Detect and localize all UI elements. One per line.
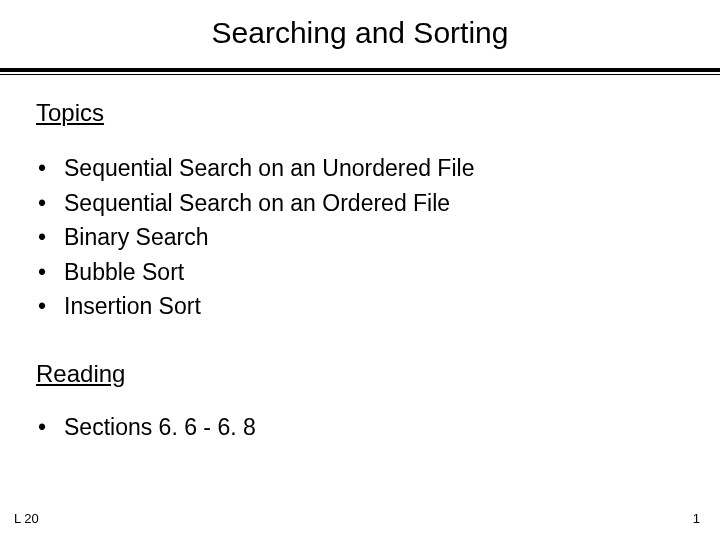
list-item-text: Sections 6. 6 - 6. 8 bbox=[64, 410, 256, 445]
list-item-text: Sequential Search on an Unordered File bbox=[64, 151, 474, 186]
list-item-text: Bubble Sort bbox=[64, 255, 184, 290]
bullet-icon: • bbox=[36, 255, 64, 290]
list-item: •Binary Search bbox=[36, 220, 684, 255]
list-item-text: Insertion Sort bbox=[64, 289, 201, 324]
slide: Searching and Sorting Topics •Sequential… bbox=[0, 0, 720, 540]
list-item-text: Sequential Search on an Ordered File bbox=[64, 186, 450, 221]
reading-list: •Sections 6. 6 - 6. 8 bbox=[36, 410, 684, 445]
topics-heading: Topics bbox=[36, 99, 684, 127]
reading-heading: Reading bbox=[36, 360, 684, 388]
bullet-icon: • bbox=[36, 220, 64, 255]
list-item: •Sections 6. 6 - 6. 8 bbox=[36, 410, 684, 445]
bullet-icon: • bbox=[36, 289, 64, 324]
bullet-icon: • bbox=[36, 186, 64, 221]
divider-thick bbox=[0, 68, 720, 72]
slide-title: Searching and Sorting bbox=[0, 0, 720, 68]
list-item: •Sequential Search on an Unordered File bbox=[36, 151, 684, 186]
list-item-text: Binary Search bbox=[64, 220, 208, 255]
bullet-icon: • bbox=[36, 151, 64, 186]
footer-left: L 20 bbox=[14, 511, 39, 526]
list-item: •Insertion Sort bbox=[36, 289, 684, 324]
footer-right: 1 bbox=[693, 511, 700, 526]
topics-list: •Sequential Search on an Unordered File … bbox=[36, 151, 684, 324]
list-item: •Sequential Search on an Ordered File bbox=[36, 186, 684, 221]
slide-content: Topics •Sequential Search on an Unordere… bbox=[0, 75, 720, 444]
bullet-icon: • bbox=[36, 410, 64, 445]
list-item: •Bubble Sort bbox=[36, 255, 684, 290]
